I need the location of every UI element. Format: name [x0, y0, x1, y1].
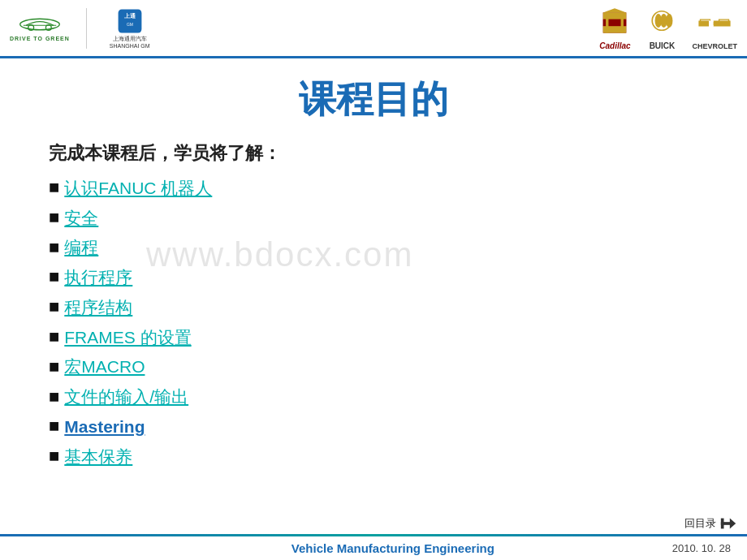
header-right-logos: Cadillac BUICK CHEVROLET	[598, 6, 737, 50]
list-item: ■ 程序结构	[49, 295, 698, 320]
bullet-icon: ■	[49, 414, 59, 439]
main-content: 课程目的 完成本课程后，学员将了解： ■ 认识FANUC 机器人 ■ 安全 ■ …	[0, 58, 747, 482]
bullet-icon: ■	[49, 235, 59, 261]
svg-rect-11	[607, 12, 609, 32]
cadillac-logo: Cadillac	[598, 6, 632, 50]
header-left-logos: DRIVE TO GREEN 上通 GM 上海通用汽车 SHANGHAI GM	[10, 6, 150, 50]
svg-marker-21	[730, 519, 736, 529]
list-item: ■ 认识FANUC 机器人	[49, 175, 698, 200]
list-item: ■ 编程	[49, 235, 698, 261]
footer-center-text: Vehicle Manufacturing Engineering	[114, 541, 672, 555]
shanghai-gm-logo: 上通 GM 上海通用汽车 SHANGHAI GM	[110, 6, 150, 50]
bullet-icon: ■	[49, 325, 59, 350]
bullet-icon: ■	[49, 205, 59, 230]
list-item: ■ 安全	[49, 205, 698, 230]
menu-link-fanuc[interactable]: 认识FANUC 机器人	[64, 176, 212, 200]
header: DRIVE TO GREEN 上通 GM 上海通用汽车 SHANGHAI GM	[0, 0, 747, 58]
menu-link-execute[interactable]: 执行程序	[64, 265, 132, 289]
bullet-icon: ■	[49, 444, 59, 469]
footer: 回目录 Vehicle Manufacturing Engineering 20…	[0, 513, 747, 560]
menu-link-programming[interactable]: 编程	[64, 235, 98, 259]
list-item: ■ FRAMES 的设置	[49, 325, 698, 350]
footer-top: 回目录	[0, 513, 747, 534]
menu-link-structure[interactable]: 程序结构	[64, 295, 132, 319]
chevrolet-logo: CHEVROLET	[692, 6, 737, 50]
back-to-menu-label: 回目录	[684, 516, 716, 531]
page-title: 课程目的	[49, 75, 698, 125]
header-divider	[86, 8, 87, 49]
list-item: ■ 执行程序	[49, 265, 698, 290]
back-to-menu-button[interactable]: 回目录	[684, 515, 737, 532]
buick-logo: BUICK	[645, 6, 679, 50]
list-item: ■ Mastering	[49, 414, 698, 439]
menu-list: ■ 认识FANUC 机器人 ■ 安全 ■ 编程 ■ 执行程序 ■ 程序结构 ■ …	[49, 175, 698, 469]
bullet-icon: ■	[49, 265, 59, 290]
menu-link-file-io[interactable]: 文件的输入/输出	[64, 385, 188, 408]
footer-bottom: Vehicle Manufacturing Engineering 2010. …	[0, 536, 747, 560]
list-item: ■ 文件的输入/输出	[49, 385, 698, 410]
shanghai-gm-icon: 上通 GM	[115, 6, 145, 36]
bullet-icon: ■	[49, 295, 59, 320]
buick-logo-icon	[645, 6, 679, 40]
svg-text:GM: GM	[127, 23, 133, 28]
svg-point-16	[667, 14, 673, 28]
back-arrow-icon	[719, 515, 737, 532]
svg-rect-22	[721, 519, 724, 529]
page-subtitle: 完成本课程后，学员将了解：	[49, 141, 698, 166]
buick-brand-name: BUICK	[650, 41, 676, 50]
menu-link-mastering[interactable]: Mastering	[64, 415, 145, 438]
svg-point-0	[20, 19, 60, 30]
footer-date: 2010. 10. 28	[672, 542, 731, 554]
bullet-icon: ■	[49, 355, 59, 380]
menu-link-maintenance[interactable]: 基本保养	[64, 445, 132, 468]
bullet-icon: ■	[49, 175, 59, 200]
drive-to-green-text: DRIVE TO GREEN	[10, 36, 70, 41]
menu-link-macro[interactable]: 宏MACRO	[64, 355, 145, 378]
chevrolet-bowtie-icon	[697, 6, 732, 41]
list-item: ■ 基本保养	[49, 444, 698, 469]
svg-text:上通: 上通	[124, 13, 136, 20]
shanghai-gm-text: 上海通用汽车 SHANGHAI GM	[110, 36, 150, 50]
menu-link-safety[interactable]: 安全	[64, 206, 98, 230]
svg-rect-12	[621, 12, 624, 32]
car-svg-icon	[18, 15, 62, 34]
chevrolet-brand-name: CHEVROLET	[692, 42, 737, 50]
drive-to-green-logo: DRIVE TO GREEN	[10, 15, 70, 41]
cadillac-crest-icon	[598, 6, 632, 40]
list-item: ■ 宏MACRO	[49, 355, 698, 380]
menu-link-frames[interactable]: FRAMES 的设置	[64, 325, 191, 349]
cadillac-brand-name: Cadillac	[599, 41, 630, 50]
bullet-icon: ■	[49, 385, 59, 410]
